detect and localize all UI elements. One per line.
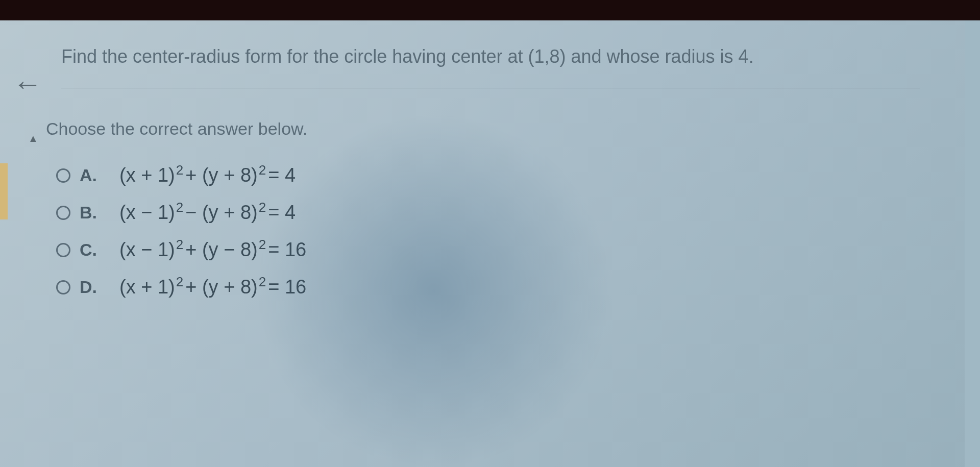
top-dark-bar bbox=[0, 0, 980, 20]
option-label-d: D. bbox=[80, 277, 100, 297]
radio-button-a[interactable] bbox=[56, 168, 70, 183]
radio-button-d[interactable] bbox=[56, 280, 70, 294]
back-arrow-icon[interactable]: ← bbox=[13, 66, 42, 101]
option-c[interactable]: C. (x − 1)2 + (y − 8)2 = 16 bbox=[56, 239, 965, 261]
option-d[interactable]: D. (x + 1)2 + (y + 8)2 = 16 bbox=[56, 276, 965, 298]
radio-button-b[interactable] bbox=[56, 206, 70, 220]
divider-line bbox=[61, 88, 920, 88]
radio-button-c[interactable] bbox=[56, 243, 70, 257]
instruction-text: Choose the correct answer below. bbox=[46, 119, 965, 139]
equation-b: (x − 1)2 − (y + 8)2 = 4 bbox=[119, 202, 296, 224]
option-a[interactable]: A. (x + 1)2 + (y + 8)2 = 4 bbox=[56, 164, 965, 186]
option-label-c: C. bbox=[80, 240, 100, 260]
equation-c: (x − 1)2 + (y − 8)2 = 16 bbox=[119, 239, 306, 261]
content-area: ← ▲ Find the center-radius form for the … bbox=[0, 20, 965, 467]
options-container: A. (x + 1)2 + (y + 8)2 = 4 B. (x − 1)2 −… bbox=[56, 164, 965, 298]
option-b[interactable]: B. (x − 1)2 − (y + 8)2 = 4 bbox=[56, 202, 965, 224]
equation-d: (x + 1)2 + (y + 8)2 = 16 bbox=[119, 276, 306, 298]
equation-a: (x + 1)2 + (y + 8)2 = 4 bbox=[119, 164, 296, 186]
option-label-b: B. bbox=[80, 203, 100, 223]
question-text: Find the center-radius form for the circ… bbox=[61, 46, 965, 67]
scroll-up-icon[interactable]: ▲ bbox=[28, 133, 38, 144]
yellow-side-tab bbox=[0, 163, 8, 219]
option-label-a: A. bbox=[80, 165, 100, 185]
